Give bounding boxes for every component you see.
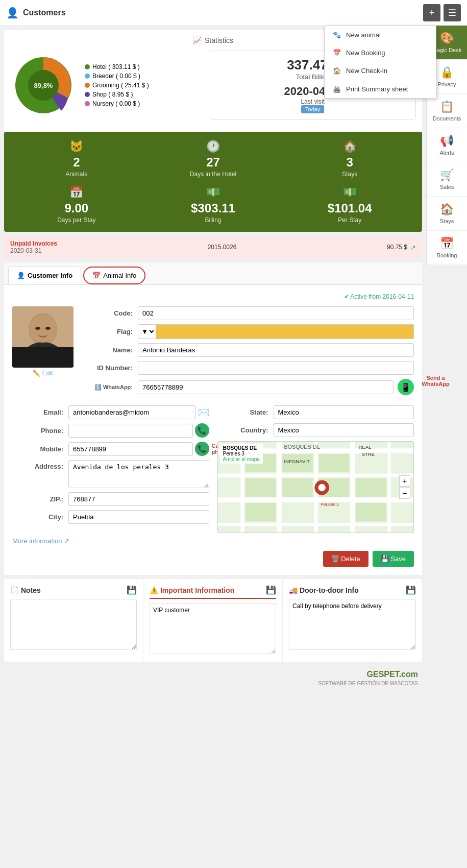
map-expand-link[interactable]: Ampliar el mapa [223,456,260,462]
more-info-link[interactable]: More information ↗ [12,537,414,545]
notes-icon: 📄 [10,586,19,594]
flag-select[interactable]: ▼ [138,324,156,339]
notes-textarea[interactable] [10,599,137,650]
notes-save-icon[interactable]: 💾 [127,585,137,595]
svg-point-6 [30,316,56,343]
whatsapp-send-button[interactable]: 📱 [398,379,414,395]
zip-input[interactable] [68,492,209,506]
call-mobile-button[interactable]: 📞 [195,442,209,456]
booking-icon: 📅 [440,237,454,250]
tab-customer-info[interactable]: 👤 Customer Info [8,267,81,284]
menu-button[interactable]: ☰ [444,4,461,21]
profile-photo [12,306,73,368]
customer-tabs: 👤 Customer Info 📅 Animal Info ✔ Active f… [4,262,422,575]
cart-icon: 🛒 [440,168,454,182]
dropdown-new-booking[interactable]: 📅 New Booking [325,44,436,62]
sidebar-item-stays[interactable]: 🏠 Stays [427,197,467,231]
svg-text:REAL: REAL [358,444,372,450]
save-button[interactable]: 💾 Save [373,551,414,567]
zoom-out-button[interactable]: − [399,488,410,499]
stat-billing: 💵 $303.11 Billing [149,186,278,224]
svg-rect-24 [282,478,312,497]
important-save-icon[interactable]: 💾 [266,585,276,595]
legend-dot-shop [85,92,90,97]
name-row: Name: [82,343,414,357]
sidebar-item-documents[interactable]: 📋 Documents [427,94,467,128]
id-input[interactable] [138,361,414,375]
map-container: BOSQUES DE INFONAVIT REAL STRE Perales 3… [217,441,414,533]
legend-hotel: Hotel ( 303.11 $ ) [85,63,149,70]
header-actions: + ☰ [423,4,461,21]
pie-chart: 89,8% [10,52,77,118]
paw-icon: 🐾 [333,31,341,39]
city-input[interactable] [68,510,209,524]
country-input[interactable] [274,423,414,437]
send-email-button[interactable]: ✉️ [198,407,209,418]
delete-button[interactable]: 🗑️ Delete [323,551,368,567]
external-link-icon[interactable]: ↗ [410,244,416,251]
two-col-section: Email: ✉️ Phone: 📞 [12,405,414,533]
billing-visit: Last visit [301,98,325,105]
form-fields: Code: Flag: ▼ Na [82,306,414,399]
calendar-icon: 📅 [333,49,341,57]
trash-icon: 🗑️ [331,555,339,563]
dropdown-new-checkin[interactable]: 🏠 New Check-in [325,62,436,80]
sidebar-item-booking[interactable]: 📅 Booking [427,231,467,265]
notes-header: 📄 Notes 💾 [10,585,137,595]
warning-icon: ⚠️ [150,586,158,594]
lock-icon: 🔒 [440,66,454,79]
printer-icon: 🖨️ [333,85,341,93]
door-save-icon[interactable]: 💾 [406,585,416,595]
clock-icon: 🕐 [206,140,220,153]
zip-row: ZIP.: [12,492,209,506]
truck-icon: 🚚 [289,586,298,594]
id-row: ID Number: [82,361,414,375]
edit-link[interactable]: ✏️ Edit [12,370,73,377]
stat-days-per-stay: 📅 9.00 Days per Stay [12,186,141,224]
whatsapp-row: ℹ️ WhatsApp: 📱 Send a WhatsApp [82,379,414,395]
mobile-input[interactable] [68,442,193,456]
stat-days-hotel: 🕐 27 Days in the Hotel [149,140,278,178]
chart-icon: 📈 [193,36,202,44]
email-row: Email: ✉️ [12,405,209,419]
pie-section: 89,8% Hotel ( 303.11 $ ) Breeder ( 0.00 … [10,51,204,119]
code-input[interactable] [138,306,414,320]
address-input[interactable]: Avenida de los perales 3 [68,460,209,488]
name-input[interactable] [138,343,414,357]
unpaid-info: Unpaid Invoices 2020-03-31 [10,240,57,254]
save-icon: 💾 [381,555,389,563]
stat-animals: 🐱 2 Animals [12,140,141,178]
footer: GESPET.com SOFTWARE DE GESTIÓN DE MASCOT… [0,666,426,691]
call-phone-button[interactable]: 📞 [195,423,209,438]
svg-text:INFONAVIT: INFONAVIT [284,459,310,464]
stays-icon: 🏠 [440,203,454,216]
flag-value [156,324,414,339]
tabs-row: 👤 Customer Info 📅 Animal Info [4,262,422,285]
zoom-in-button[interactable]: + [399,475,410,487]
sidebar-item-alerts[interactable]: 📢 Alerts [427,128,467,162]
main-content: 📈 Statistics [0,30,426,691]
money-icon: 💵 [206,186,220,199]
unpaid-invoices: Unpaid Invoices 2020-03-31 2015.0026 90.… [4,236,422,258]
door-textarea[interactable]: Call by telephone before delivery [289,599,416,650]
profile-photo-area: ✏️ Edit [12,306,73,399]
legend-dot-nursery [85,101,90,106]
unpaid-amount-area: 90.75 $ ↗ [387,244,416,251]
svg-text:89,8%: 89,8% [34,82,53,89]
green-stats-bar: 🐱 2 Animals 🕐 27 Days in the Hotel 🏠 3 S… [4,132,422,232]
svg-rect-26 [355,478,386,497]
tab-animal-info[interactable]: 📅 Animal Info [83,267,145,284]
notes-section: 📄 Notes 💾 [4,579,143,662]
whatsapp-input[interactable] [138,380,394,394]
important-textarea[interactable]: VIP customer [150,603,276,654]
phone-input[interactable] [68,424,193,438]
dropdown-print-summary[interactable]: 🖨️ Print Summary sheet [325,80,436,98]
state-input[interactable] [274,405,414,419]
sidebar-item-sales[interactable]: 🛒 Sales [427,162,467,197]
documents-icon: 📋 [440,100,454,113]
important-section: ⚠️ Important Information 💾 VIP customer [143,579,283,662]
app-title-area: 👤 Customers [6,7,66,19]
email-input[interactable] [68,405,196,419]
dropdown-new-animal[interactable]: 🐾 New animal [325,26,436,44]
add-button[interactable]: + [423,4,440,21]
